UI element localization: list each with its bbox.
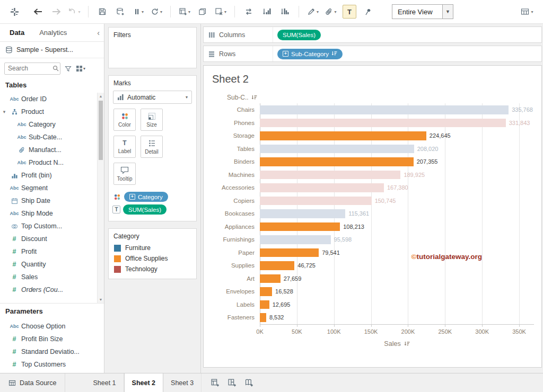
tab-data-source[interactable]: Data Source bbox=[0, 373, 65, 392]
field-discount[interactable]: #Discount bbox=[0, 233, 97, 245]
label-button[interactable]: TLabel bbox=[113, 136, 136, 158]
add-datasource-button[interactable] bbox=[113, 4, 128, 19]
new-worksheet-button[interactable]: ▾ bbox=[177, 4, 192, 19]
field-standard-deviatio[interactable]: #Standard Deviatio... bbox=[0, 345, 104, 358]
view-options-icon[interactable]: ▾ bbox=[76, 65, 85, 72]
bar-mark[interactable] bbox=[260, 261, 294, 270]
tab-sheet-1[interactable]: Sheet 1 bbox=[85, 373, 124, 392]
bar-row-copiers: Copiers150,745 bbox=[211, 194, 534, 208]
legend-item-furniture[interactable]: Furniture bbox=[109, 243, 196, 253]
field-order-id[interactable]: AbcOrder ID bbox=[0, 93, 97, 105]
field-profit[interactable]: #Profit bbox=[0, 245, 97, 258]
field-top-customers[interactable]: #Top Customers bbox=[0, 358, 104, 371]
field-label: Segment bbox=[21, 184, 48, 192]
bar-mark[interactable] bbox=[260, 171, 400, 180]
bar-mark[interactable] bbox=[260, 287, 272, 296]
group-members-button[interactable]: ▾ bbox=[323, 4, 338, 19]
sort-ascending-button[interactable] bbox=[259, 4, 274, 19]
bar-mark[interactable] bbox=[260, 131, 426, 140]
forward-button[interactable] bbox=[49, 4, 64, 19]
field-sales[interactable]: #Sales bbox=[0, 271, 97, 283]
field-choose-option[interactable]: AbcChoose Option bbox=[0, 320, 104, 333]
fix-axes-button[interactable] bbox=[361, 4, 375, 19]
bar-mark[interactable] bbox=[260, 300, 269, 309]
sort-descending-button[interactable] bbox=[277, 4, 292, 19]
bar-mark[interactable] bbox=[260, 119, 506, 128]
row-field-header[interactable]: Sub-C.. bbox=[227, 94, 534, 101]
tooltip-button[interactable]: Tooltip bbox=[113, 163, 136, 185]
new-story-button[interactable] bbox=[242, 376, 256, 390]
bar-mark[interactable] bbox=[260, 222, 340, 231]
field-product-n[interactable]: AbcProduct N... bbox=[0, 156, 97, 169]
field-quantity[interactable]: #Quantity bbox=[0, 258, 97, 271]
tab-sheet-2[interactable]: Sheet 2 bbox=[124, 373, 163, 392]
undo-button[interactable]: ▾ bbox=[67, 4, 82, 19]
bar-row-chairs: Chairs335,768 bbox=[211, 103, 534, 117]
bar-mark[interactable] bbox=[260, 197, 372, 206]
x-axis-title[interactable]: Sales bbox=[260, 340, 534, 348]
fit-dropdown-arrow-icon[interactable]: ▼ bbox=[442, 5, 453, 19]
scroll-up-icon[interactable]: ▲ bbox=[99, 93, 103, 100]
tab-sheet-3[interactable]: Sheet 3 bbox=[163, 373, 202, 392]
field-orders-cou[interactable]: #Orders (Cou... bbox=[0, 283, 97, 296]
tab-analytics[interactable]: Analytics bbox=[39, 29, 67, 37]
detail-button[interactable]: Detail bbox=[141, 136, 163, 158]
duplicate-sheet-button[interactable] bbox=[195, 4, 210, 19]
save-button[interactable] bbox=[95, 4, 110, 19]
columns-shelf[interactable]: Columns SUM(Sales) bbox=[203, 26, 542, 43]
columns-pill-sum-sales[interactable]: SUM(Sales) bbox=[277, 30, 321, 40]
bar-mark[interactable] bbox=[260, 274, 281, 283]
new-dashboard-button[interactable] bbox=[225, 376, 239, 390]
bar-mark[interactable] bbox=[260, 235, 331, 244]
field-manufact[interactable]: Manufact... bbox=[0, 144, 97, 156]
fit-dropdown[interactable]: Entire View ▼ bbox=[392, 4, 453, 19]
refresh-button[interactable]: ▾ bbox=[149, 4, 164, 19]
scroll-down-icon[interactable]: ▼ bbox=[99, 296, 103, 303]
pause-updates-button[interactable]: ▾ bbox=[131, 4, 146, 19]
field-profit-bin-size[interactable]: #Profit Bin Size bbox=[0, 333, 104, 345]
legend-item-office-supplies[interactable]: Office Supplies bbox=[109, 253, 196, 264]
field-segment[interactable]: AbcSegment bbox=[0, 182, 97, 194]
filter-fields-icon[interactable] bbox=[65, 65, 72, 72]
tab-data[interactable]: Data bbox=[10, 29, 24, 37]
show-me-button[interactable]: ▾ bbox=[520, 4, 535, 19]
field-ship-mode[interactable]: AbcShip Mode bbox=[0, 207, 97, 220]
pill-category[interactable]: + Category bbox=[124, 192, 168, 202]
expand-caret-icon[interactable]: ▾ bbox=[1, 109, 7, 114]
collapse-pane-icon[interactable]: ‹ bbox=[97, 29, 100, 37]
pill-sum-sales[interactable]: SUM(Sales) bbox=[123, 204, 167, 215]
clear-sheet-button[interactable]: ▾ bbox=[213, 4, 228, 19]
bar-mark[interactable] bbox=[260, 313, 266, 322]
field-product[interactable]: ▾Product bbox=[0, 105, 97, 118]
bar-mark[interactable] bbox=[260, 157, 414, 166]
field-sub-cate[interactable]: AbcSub-Cate... bbox=[0, 131, 97, 144]
bar-mark[interactable] bbox=[260, 145, 414, 154]
field-ship-date[interactable]: Ship Date bbox=[0, 194, 97, 207]
bar-mark[interactable] bbox=[260, 209, 345, 218]
datasource-row[interactable]: Sample - Superst... bbox=[0, 42, 104, 58]
rows-shelf[interactable]: Rows + Sub-Category bbox=[203, 46, 542, 62]
field-top-custom[interactable]: Top Custom... bbox=[0, 220, 97, 233]
field-category[interactable]: AbcCategory bbox=[0, 118, 97, 131]
bar-mark[interactable] bbox=[260, 248, 319, 257]
filters-card[interactable]: Filters bbox=[108, 27, 197, 68]
bar-row-accessories: Accessories167,380 bbox=[211, 181, 534, 194]
rows-pill-sub-category[interactable]: + Sub-Category bbox=[277, 49, 343, 59]
field-profit-bin[interactable]: Profit (bin) bbox=[0, 169, 97, 182]
highlight-button[interactable]: ▾ bbox=[305, 4, 320, 19]
bar-mark[interactable] bbox=[260, 183, 384, 192]
show-mark-labels-button[interactable]: T bbox=[341, 4, 357, 19]
sort-descending-icon[interactable] bbox=[331, 51, 337, 57]
size-button[interactable]: Size bbox=[141, 109, 163, 131]
sort-icon[interactable] bbox=[404, 341, 410, 347]
color-button[interactable]: Color bbox=[113, 109, 136, 131]
new-worksheet-button[interactable] bbox=[208, 376, 222, 390]
fields-scrollbar[interactable]: ▲ ▼ bbox=[97, 93, 104, 303]
legend-item-technology[interactable]: Technology bbox=[109, 264, 196, 274]
sort-icon[interactable] bbox=[251, 95, 257, 101]
mark-type-dropdown[interactable]: Automatic ▾ bbox=[113, 91, 192, 104]
swap-axes-button[interactable] bbox=[241, 4, 256, 19]
bar-mark[interactable] bbox=[260, 105, 509, 114]
scrollbar-thumb[interactable] bbox=[99, 101, 103, 160]
back-button[interactable] bbox=[31, 4, 46, 19]
